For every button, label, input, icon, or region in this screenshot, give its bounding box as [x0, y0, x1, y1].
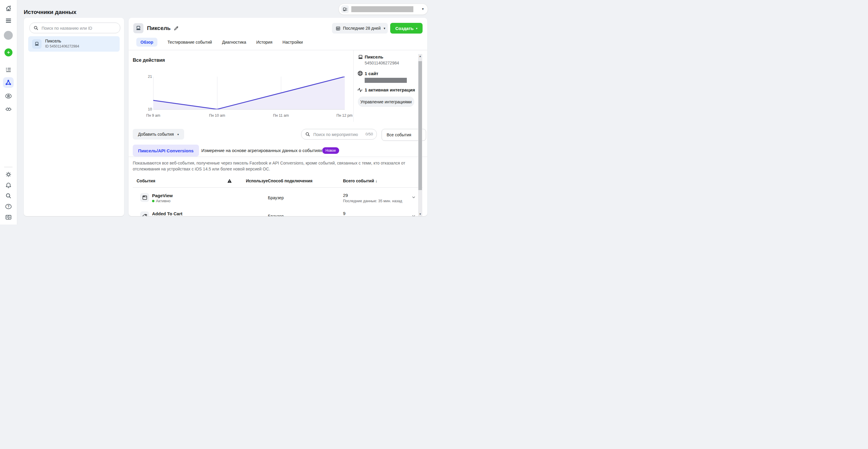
price-tag-icon [140, 212, 149, 216]
y-tick-10: 10 [141, 107, 152, 111]
x-tick-12pm: Пн 12 pm [331, 114, 358, 118]
calendar-icon [336, 26, 341, 31]
source-search[interactable] [29, 23, 120, 33]
globe-icon [357, 70, 363, 76]
tab-history[interactable]: История [256, 38, 272, 46]
scrollbar-thumb[interactable] [418, 61, 422, 190]
data-sources-panel: Пиксель ID 545011406272984 [24, 18, 124, 216]
event-search-input[interactable] [313, 129, 361, 140]
scroll-up-icon[interactable]: ▲ [418, 55, 422, 58]
new-badge: Новое [322, 147, 339, 154]
search-icon[interactable] [5, 192, 12, 199]
chart-title: Все действия [133, 58, 165, 63]
create-button[interactable]: Создать ▾ [390, 23, 423, 34]
overview-list-icon[interactable] [5, 66, 12, 73]
status-dot [152, 200, 154, 202]
events-filter-label: Все события [386, 132, 411, 137]
pulse-icon [357, 87, 363, 93]
laptop-icon [358, 54, 363, 60]
event-status: Активно [156, 199, 170, 203]
event-total: 29 [343, 193, 348, 198]
col-total-label: Всего событий [343, 179, 374, 183]
source-name: Пиксель [45, 39, 61, 43]
date-range-selector[interactable]: Последние 28 дней ▾ [332, 23, 388, 34]
col-events: События [136, 179, 155, 183]
x-tick-9am: Пн 9 am [140, 114, 166, 118]
add-events-button[interactable]: Добавить события ▾ [133, 129, 184, 139]
subtab-aggregated-measurement[interactable]: Измерение на основе агрегированных данны… [202, 148, 322, 153]
pixel-laptop-icon [32, 39, 41, 49]
event-connection: Браузер [268, 214, 284, 216]
business-selector[interactable]: ▾ [339, 4, 428, 15]
add-events-label: Добавить события [138, 132, 174, 137]
subtab-pixel-api-conversions[interactable]: Пиксель/API Conversions [133, 145, 199, 157]
char-counter: 0/50 [366, 132, 373, 136]
events-manager-page: { "page": { "title": "Источники данных" … [0, 0, 434, 224]
tab-test-events[interactable]: Тестирование событий [167, 38, 212, 46]
chevron-down-icon: ▾ [177, 133, 179, 136]
col-total[interactable]: Всего событий ↓ [343, 179, 377, 183]
info-sites: 1 сайт [365, 71, 378, 76]
svg-text:?: ? [7, 204, 9, 208]
pixel-overview-panel: Пиксель Последние 28 дней ▾ Создать ▾ Об… [129, 18, 427, 216]
search-icon [305, 132, 310, 137]
sort-down-icon: ↓ [375, 179, 377, 183]
menu-icon[interactable] [5, 17, 12, 24]
header-divider [129, 50, 427, 50]
warning-icon [227, 179, 232, 183]
source-id: ID 545011406272984 [45, 44, 79, 49]
site-url-redacted [365, 78, 407, 83]
tab-settings[interactable]: Настройки [282, 38, 303, 46]
manage-integrations-button[interactable]: Управление интеграциями [358, 97, 414, 107]
info-integrations: 1 активная интеграция [365, 87, 415, 92]
event-search[interactable]: 0/50 [301, 129, 377, 139]
scroll-down-icon[interactable]: ▼ [418, 213, 422, 216]
learning-resources-icon[interactable] [5, 214, 12, 221]
info-pixel-name: Пиксель [365, 54, 383, 59]
x-tick-10am: Пн 10 am [204, 114, 230, 118]
table-divider [133, 187, 423, 188]
help-icon[interactable]: ? [5, 203, 12, 210]
left-nav-rail: ? [0, 0, 17, 224]
home-icon[interactable] [5, 5, 12, 12]
business-icon [341, 5, 349, 13]
panel-scrollbar[interactable]: ▲ ▼ [418, 54, 422, 216]
tab-diagnostics[interactable]: Диагностика [222, 38, 246, 46]
business-name-redacted [351, 6, 413, 12]
event-total: 9 [343, 211, 345, 216]
chart-baseline [153, 109, 345, 109]
edit-pencil-icon[interactable] [174, 26, 179, 31]
all-actions-area-chart [153, 76, 345, 109]
partners-handshake-icon[interactable] [5, 106, 12, 113]
sidebar-item-data-sources[interactable] [3, 77, 14, 88]
col-connection: Способ подключения [268, 179, 312, 183]
event-name: Added To Cart [152, 211, 182, 216]
expand-chevron-icon[interactable] [411, 214, 416, 216]
tab-overview[interactable]: Обзор [136, 38, 157, 46]
search-icon [33, 25, 39, 31]
events-description-line1: Показываются все веб-события, полученные… [133, 161, 405, 165]
create-button-label: Создать [395, 26, 414, 31]
events-description-line2: отслеживания на устройствах с iOS 14.5 и… [133, 167, 270, 171]
source-list-item-pixel[interactable]: Пиксель ID 545011406272984 [28, 36, 120, 52]
notifications-bell-icon[interactable] [5, 182, 12, 189]
panel-divider [353, 50, 354, 122]
event-name: PageView [152, 193, 173, 198]
event-last-data: Последние данные: 35 мин. назад [343, 199, 402, 203]
pixel-tabs: Обзор Тестирование событий Диагностика И… [136, 38, 303, 46]
settings-gear-icon[interactable] [5, 171, 12, 178]
event-connection: Браузер [268, 195, 284, 200]
avatar[interactable] [4, 31, 13, 40]
info-pixel-id: 545011406272984 [365, 61, 399, 65]
chevron-down-icon: ▾ [422, 7, 424, 11]
source-search-input[interactable] [41, 23, 117, 34]
pixel-title: Пиксель [147, 25, 170, 31]
page-title: Источники данных [24, 9, 76, 15]
x-tick-11am: Пн 11 am [268, 114, 294, 118]
pixel-laptop-icon [133, 23, 144, 33]
chevron-down-icon: ▾ [416, 27, 417, 30]
date-range-label: Последние 28 дней [343, 26, 381, 31]
expand-chevron-icon[interactable] [411, 195, 416, 199]
quality-star-icon[interactable] [5, 93, 12, 99]
create-plus-button[interactable] [4, 49, 12, 57]
